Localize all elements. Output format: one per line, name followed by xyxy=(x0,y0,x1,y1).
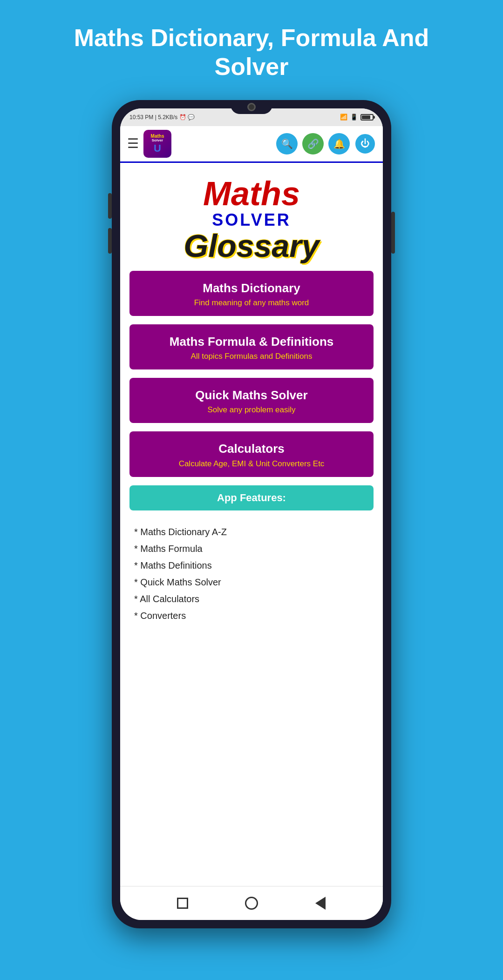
feature-item-4: * Quick Maths Solver xyxy=(134,574,369,591)
signal-icon: 📱 xyxy=(350,114,358,121)
page-title: Maths Dictionary, Formula And Solver xyxy=(0,0,503,100)
battery-fill xyxy=(362,115,370,119)
hero-solver-text: SOLVER xyxy=(134,210,369,230)
hamburger-menu-icon[interactable]: ☰ xyxy=(127,136,139,151)
nav-back-button[interactable] xyxy=(174,895,191,912)
features-list: * Maths Dictionary A-Z * Maths Formula *… xyxy=(129,519,374,629)
status-icons: ⏰ 💬 xyxy=(179,114,195,121)
dictionary-button[interactable]: Maths Dictionary Find meaning of any mat… xyxy=(129,271,374,316)
features-bar: App Features: xyxy=(129,485,374,510)
calculators-subtitle: Calculate Age, EMI & Unit Converters Etc xyxy=(139,459,364,469)
battery-indicator xyxy=(360,114,374,121)
status-time: 10:53 PM xyxy=(129,114,153,121)
app-bar: ☰ Maths Solver U 🔍 🔗 🔔 ⏻ xyxy=(120,126,383,163)
solver-subtitle: Solve any problem easily xyxy=(139,405,364,415)
wifi-icon: 📶 xyxy=(340,114,347,121)
dictionary-subtitle: Find meaning of any maths word xyxy=(139,298,364,308)
hero-maths-text: Maths xyxy=(134,177,369,210)
bottom-nav xyxy=(120,886,383,920)
feature-item-6: * Converters xyxy=(134,607,369,624)
status-speed-val: 5.2KB/s xyxy=(158,114,177,121)
nav-home-button[interactable] xyxy=(243,895,260,912)
nav-triangle-icon xyxy=(315,897,326,910)
solver-button[interactable]: Quick Maths Solver Solve any problem eas… xyxy=(129,378,374,423)
features-label: App Features: xyxy=(217,492,286,503)
volume-buttons xyxy=(108,193,112,254)
power-button xyxy=(391,212,395,254)
camera-notch xyxy=(231,100,272,114)
nav-circle-icon xyxy=(245,897,258,910)
camera-dot xyxy=(247,103,256,111)
bell-button[interactable]: 🔔 xyxy=(328,133,350,154)
app-content: Maths SOLVER Glossary Maths Dictionary F… xyxy=(120,163,383,886)
search-button[interactable]: 🔍 xyxy=(276,133,298,154)
calculators-button[interactable]: Calculators Calculate Age, EMI & Unit Co… xyxy=(129,431,374,477)
toolbar-buttons: 🔍 🔗 🔔 ⏻ xyxy=(276,133,376,154)
formula-subtitle: All topics Formulas and Definitions xyxy=(139,352,364,361)
feature-item-1: * Maths Dictionary A-Z xyxy=(134,524,369,540)
status-right-icons: 📶 📱 xyxy=(340,114,374,121)
logo-letter: U xyxy=(154,143,161,154)
nav-recents-button[interactable] xyxy=(312,895,329,912)
phone-frame: 10:53 PM | 5.2KB/s ⏰ 💬 📶 📱 ☰ Maths Solve… xyxy=(112,100,391,928)
solver-title: Quick Maths Solver xyxy=(139,388,364,403)
share-button[interactable]: 🔗 xyxy=(302,133,324,154)
formula-title: Maths Formula & Definitions xyxy=(139,335,364,349)
hero-glossary-text: Glossary xyxy=(134,230,369,262)
nav-square-icon xyxy=(177,898,188,909)
feature-item-2: * Maths Formula xyxy=(134,540,369,557)
phone-screen: 10:53 PM | 5.2KB/s ⏰ 💬 📶 📱 ☰ Maths Solve… xyxy=(120,108,383,920)
feature-item-3: * Maths Definitions xyxy=(134,557,369,574)
formula-button[interactable]: Maths Formula & Definitions All topics F… xyxy=(129,324,374,369)
status-time-speed: 10:53 PM | 5.2KB/s ⏰ 💬 xyxy=(129,114,195,121)
dictionary-title: Maths Dictionary xyxy=(139,281,364,295)
hero-section: Maths SOLVER Glossary xyxy=(129,163,374,271)
calculators-title: Calculators xyxy=(139,442,364,456)
power-button-btn[interactable]: ⏻ xyxy=(354,133,376,154)
feature-item-5: * All Calculators xyxy=(134,591,369,607)
app-logo[interactable]: Maths Solver U xyxy=(143,130,171,158)
